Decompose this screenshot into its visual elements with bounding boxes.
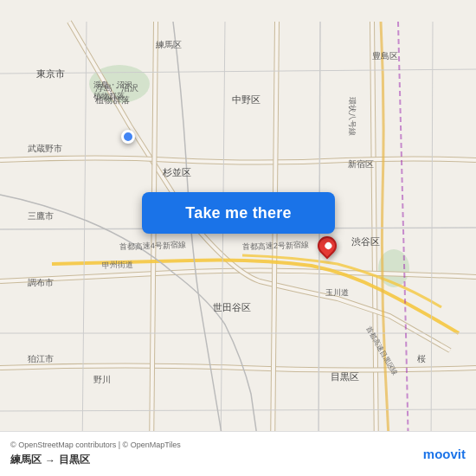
destination-pin [318, 236, 337, 255]
map-svg [0, 0, 476, 476]
cta-button-label: Take me there [185, 204, 291, 222]
take-me-there-button[interactable]: Take me there [142, 192, 335, 234]
route-arrow: → [45, 454, 55, 466]
map-container: 東京市 練馬区 浮島・沼沢植物群落 浮島・沼沢植物群落 武蔵野市 三鷹市 調布市… [0, 0, 476, 476]
attribution-text: © OpenStreetMap contributors | © OpenMap… [10, 441, 181, 449]
moovit-logo: moovit [423, 447, 466, 461]
to-label: 目黒区 [59, 453, 90, 467]
origin-dot [121, 130, 135, 144]
bottom-bar: © OpenStreetMap contributors | © OpenMap… [0, 431, 476, 476]
from-label: 練馬区 [10, 453, 42, 467]
